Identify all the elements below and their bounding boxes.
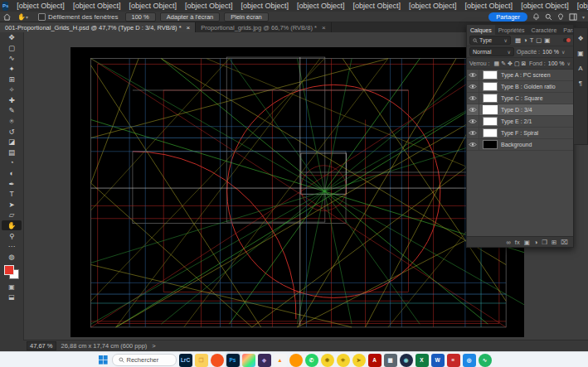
layer-visibility-eye-icon[interactable] [467, 116, 479, 127]
blend-mode-select[interactable]: Normal ∨ [469, 47, 514, 56]
tool-button[interactable]: ✚ [2, 95, 22, 106]
taskbar-app-icon[interactable]: ◉ [400, 354, 413, 367]
layer-thumbnail[interactable] [483, 117, 498, 126]
document-tab[interactable]: 001-Proportional_Grids_H.psd @ 47,7% (Ty… [0, 22, 196, 32]
layer-name[interactable]: Type C : Square [501, 95, 543, 101]
menu-item[interactable]: [object Object] [293, 2, 349, 10]
share-button[interactable]: Partager [488, 12, 527, 22]
lock-icon[interactable]: ✎ [501, 60, 506, 67]
menu-item[interactable]: [object Object] [181, 2, 237, 10]
tool-button[interactable]: ✎ [2, 105, 22, 116]
layers-footer-icon[interactable]: fx [515, 239, 520, 246]
layer-row[interactable]: Type D : 3/4 [467, 104, 573, 116]
tool-button[interactable]: ✋ [2, 220, 22, 231]
tool-button[interactable]: ◐ [2, 168, 22, 179]
layers-footer-icon[interactable]: ⊞ [552, 239, 556, 246]
dock-panel-icon[interactable]: ▣ [577, 50, 584, 57]
tool-button[interactable]: ✦ [2, 64, 22, 75]
hand-tool-option-icon[interactable]: ✋▾ [17, 13, 28, 21]
tool-button[interactable]: ⊞ [2, 74, 22, 85]
layers-footer-icon[interactable]: ⌧ [561, 239, 568, 246]
dock-panel-icon[interactable]: ❖ [577, 35, 583, 42]
layer-row[interactable]: Type E : 2/1 [467, 116, 573, 128]
dock-panel-icon[interactable]: ¶ [579, 80, 582, 87]
menu-item[interactable]: [object Object] [236, 2, 293, 10]
taskbar-app-icon[interactable]: ❒ [195, 354, 208, 367]
taskbar-app-icon[interactable]: ✆ [305, 354, 318, 367]
layer-name[interactable]: Type F : Spiral [501, 130, 538, 136]
layer-row[interactable]: Type A : PC screen [467, 70, 573, 81]
taskbar-app-icon[interactable] [242, 354, 255, 367]
start-button[interactable] [97, 354, 109, 366]
tool-button[interactable]: ◍ [2, 251, 22, 262]
tool-button[interactable]: ▢ [2, 43, 22, 54]
menu-item[interactable]: [object Object] [69, 2, 125, 10]
fill-value[interactable]: 100 % [548, 60, 565, 66]
taskbar-app-icon[interactable]: ≡ [447, 354, 460, 367]
close-tab-icon[interactable]: × [322, 24, 326, 31]
lock-icon[interactable]: ▦ [494, 60, 500, 67]
layer-filter-kind-icon[interactable]: T [530, 36, 534, 44]
tool-button[interactable]: ✒ [2, 178, 22, 189]
menu-item[interactable]: [object Object] [517, 2, 573, 10]
panel-tab[interactable]: Propriétés [495, 25, 528, 35]
layer-row[interactable]: Background [467, 139, 573, 151]
menu-item[interactable]: [object Object] [12, 2, 69, 10]
lock-icon[interactable]: ✥ [508, 60, 513, 67]
layer-visibility-eye-icon[interactable] [467, 81, 479, 92]
layer-filter-kind-icon[interactable]: ▣ [544, 36, 550, 44]
fit-screen-button[interactable]: Adapter à l'écran [160, 12, 220, 22]
layer-thumbnail[interactable] [483, 70, 498, 80]
tool-button[interactable]: ⚲ [2, 230, 22, 241]
layers-footer-icon[interactable]: ◑ [534, 239, 538, 246]
layers-footer-icon[interactable]: ▣ [524, 239, 530, 246]
tool-button[interactable]: ▤ [2, 147, 22, 158]
panel-tab[interactable]: Caractère [528, 25, 561, 35]
tool-button[interactable]: T [2, 189, 22, 200]
tool-button[interactable]: ✧ [2, 85, 22, 95]
layer-name[interactable]: Type A : PC screen [501, 72, 551, 78]
layer-name[interactable]: Type D : 3/4 [501, 107, 532, 113]
tool-button[interactable]: ⋯ [2, 241, 22, 252]
filter-toggle[interactable] [563, 38, 571, 42]
layers-footer-icon[interactable]: ∞ [506, 239, 510, 246]
workspace-chevron-icon[interactable]: ▾ [582, 14, 585, 20]
document-tab[interactable]: Proportional_grids.jpg @ 66,7% (RVB/8) *… [196, 22, 331, 32]
tool-button[interactable]: ➤ [2, 200, 22, 210]
taskbar-app-icon[interactable]: ▲ [274, 354, 287, 367]
dock-panel-icon[interactable]: A [578, 65, 582, 72]
menu-item[interactable]: [object Object] [349, 2, 406, 10]
layer-thumbnail[interactable] [483, 140, 498, 149]
tool-button[interactable]: ↺ [2, 126, 22, 137]
layer-row[interactable]: Type C : Square [467, 93, 573, 104]
layer-filter-kind-icon[interactable]: ▢ [536, 36, 542, 44]
layer-row[interactable]: Type F : Spiral [467, 128, 573, 139]
taskbar-app-icon[interactable]: ◆ [258, 354, 271, 367]
taskbar-app-icon[interactable]: ▦ [384, 354, 397, 367]
status-chevron-icon[interactable]: > [152, 342, 155, 350]
layer-thumbnail[interactable] [483, 105, 498, 114]
layer-name[interactable]: Background [501, 142, 532, 147]
screen-mode-icon[interactable]: ▣ [2, 282, 22, 292]
zoom-level-field[interactable]: 47,67 % [27, 341, 56, 350]
search-icon[interactable] [545, 13, 552, 21]
layer-name[interactable]: Type B : Golden ratio [501, 84, 556, 89]
tool-button[interactable]: ◪ [2, 137, 22, 147]
lock-icon[interactable]: ⊠ [522, 60, 527, 67]
layer-thumbnail[interactable] [483, 82, 498, 91]
opacity-value[interactable]: 100 % [542, 49, 559, 55]
layer-thumbnail[interactable] [483, 94, 498, 103]
layer-visibility-eye-icon[interactable] [467, 139, 479, 150]
tool-button[interactable]: ▱ [2, 210, 22, 220]
taskbar-app-icon[interactable]: ∿ [479, 354, 492, 367]
taskbar-app-icon[interactable]: Ps [226, 354, 240, 367]
color-swatches[interactable] [4, 265, 19, 279]
menu-item[interactable]: [object Object] [405, 2, 461, 10]
taskbar-app-icon[interactable]: ✳ [337, 354, 350, 367]
scroll-all-windows-checkbox[interactable] [38, 13, 46, 21]
taskbar-app-icon[interactable]: W [431, 354, 445, 367]
foreground-color-swatch[interactable] [4, 265, 14, 275]
tool-button[interactable]: ✥ [2, 32, 22, 43]
tool-button[interactable]: ⍟ [2, 116, 22, 127]
layer-thumbnail[interactable] [483, 128, 498, 138]
